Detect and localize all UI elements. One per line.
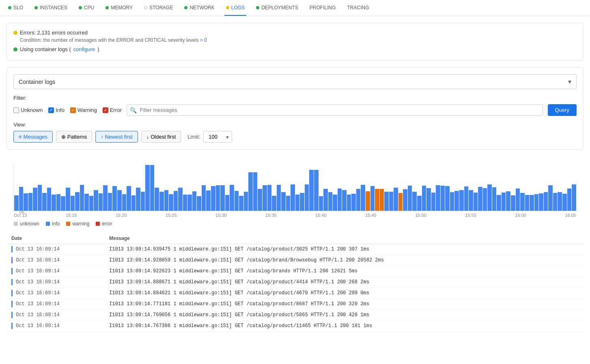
date-header: Date — [6, 233, 104, 244]
bar-group — [426, 163, 431, 211]
oldest-first-button[interactable]: ↓ Oldest first — [141, 131, 181, 143]
checkbox-unknown[interactable]: Unknown — [13, 107, 43, 113]
query-button[interactable]: Query — [548, 104, 577, 116]
bar-group — [530, 163, 534, 211]
nav-label: DEPLOYMENTS — [261, 5, 298, 11]
limit-select[interactable]: 100 250 500 1000 — [203, 131, 232, 143]
bar — [202, 185, 206, 211]
patterns-button[interactable]: ⊕ Patterns — [56, 131, 92, 143]
chart-inner: 2.5K 2K 1.5K 1K 0.5K 0K Oct 1315:1515:20… — [13, 163, 577, 218]
row-indicator — [11, 246, 13, 253]
table-row[interactable]: Oct 13 16:09:14 I1013 13:09:14.939475 1 … — [6, 244, 584, 255]
messages-button[interactable]: ≡ Messages — [13, 131, 53, 143]
bar-group — [112, 163, 117, 211]
warning-checkbox[interactable]: ✓ — [70, 107, 76, 113]
nav-item-tracing[interactable]: TRACING — [346, 0, 371, 16]
bar-group — [333, 163, 337, 211]
chart-section: 2.5K 2K 1.5K 1K 0.5K 0K Oct 1315:1515:20… — [6, 156, 584, 227]
nav-label: NETWORK — [189, 5, 214, 11]
bar — [426, 188, 431, 211]
bar — [145, 165, 150, 211]
table-row[interactable]: Oct 13 16:09:14 I1013 13:09:14.928059 1 … — [6, 255, 584, 266]
unknown-checkbox[interactable] — [13, 107, 19, 113]
nav-item-network[interactable]: NETWORK — [183, 0, 216, 16]
bar — [159, 192, 164, 211]
checkbox-warning[interactable]: ✓ Warning — [70, 107, 97, 113]
bar-group — [33, 163, 37, 211]
bar — [42, 193, 47, 211]
table-row[interactable]: Oct 13 16:09:14 I1013 13:09:14.771181 1 … — [6, 299, 584, 310]
newest-first-button[interactable]: ↑ Newest first — [95, 131, 138, 143]
bar-group — [253, 163, 258, 211]
bar — [263, 185, 267, 211]
nav-item-cpu[interactable]: CPU — [77, 0, 96, 16]
legend-label-unknown: unknown — [20, 221, 39, 227]
dot-icon — [144, 6, 147, 9]
bar-group — [52, 163, 56, 211]
checkbox-info[interactable]: ✓ Info — [48, 107, 65, 113]
bar — [183, 195, 187, 211]
bar-group — [300, 163, 304, 211]
bar-group — [141, 163, 145, 211]
bar — [562, 194, 567, 211]
bar — [155, 188, 159, 211]
bar — [80, 185, 84, 211]
nav-item-memory[interactable]: MEMORY — [104, 0, 134, 16]
legend-info: info — [46, 221, 60, 227]
date-cell: Oct 13 16:09:14 — [6, 255, 104, 266]
bar-group — [192, 163, 197, 211]
table-row[interactable]: Oct 13 16:09:14 I1013 13:09:14.922623 1 … — [6, 266, 584, 277]
filter-section: Filter: Unknown ✓ Info ✓ Warning — [13, 95, 577, 116]
error-checkbox[interactable]: ✓ — [103, 107, 108, 113]
row-indicator — [11, 312, 13, 318]
bar-group — [225, 163, 230, 211]
bar-group — [47, 163, 52, 211]
bar-group — [277, 163, 281, 211]
bar-group — [309, 163, 314, 211]
bar-group — [19, 163, 24, 211]
bar — [464, 186, 469, 211]
nav-item-logs[interactable]: LOGS — [224, 0, 246, 16]
bar-group — [183, 163, 187, 211]
bar — [436, 185, 440, 211]
bar — [89, 196, 94, 211]
info-checkbox[interactable]: ✓ — [48, 107, 54, 113]
nav-item-slo[interactable]: SLO — [6, 0, 25, 16]
bar — [178, 188, 183, 211]
nav-item-profiling[interactable]: PROFILING — [308, 0, 338, 16]
nav-item-deployments[interactable]: DEPLOYMENTS — [254, 0, 300, 16]
log-source-dropdown[interactable]: Container logs ▾ — [13, 74, 577, 89]
bar — [220, 185, 225, 211]
configure-link[interactable]: configure — [73, 46, 95, 52]
bar — [384, 192, 389, 211]
search-wrapper: 🔍 — [127, 104, 543, 116]
bar — [253, 172, 258, 211]
bar — [412, 192, 417, 211]
bar-group — [474, 163, 478, 211]
bar-group — [431, 163, 436, 211]
checkbox-error[interactable]: ✓ Error — [103, 107, 122, 113]
bar — [474, 193, 478, 211]
bar-group — [450, 163, 454, 211]
patterns-icon: ⊕ — [61, 134, 66, 140]
bar-group — [84, 163, 89, 211]
bar — [94, 190, 98, 211]
bar — [539, 193, 543, 211]
nav-item-instances[interactable]: INSTANCES — [33, 0, 69, 16]
bar — [52, 195, 56, 211]
bar-group — [511, 163, 515, 211]
bar — [206, 191, 211, 211]
bar — [122, 194, 127, 211]
table-row[interactable]: Oct 13 16:09:14 I1013 13:09:14.767386 1 … — [6, 321, 584, 332]
table-row[interactable]: Oct 13 16:09:14 I1013 13:09:14.888671 1 … — [6, 277, 584, 288]
bar-group — [42, 163, 47, 211]
nav-label: PROFILING — [310, 5, 336, 11]
table-row[interactable]: Oct 13 16:09:14 I1013 13:09:14.884621 1 … — [6, 288, 584, 299]
bar-group — [459, 163, 464, 211]
table-row[interactable]: Oct 13 16:09:14 I1013 13:09:14.769056 1 … — [6, 310, 584, 321]
bar-group — [202, 163, 206, 211]
bar — [286, 196, 291, 211]
filter-messages-input[interactable] — [127, 104, 543, 116]
nav-item-storage[interactable]: STORAGE — [142, 0, 174, 16]
condition-link[interactable]: 0 — [204, 37, 207, 43]
